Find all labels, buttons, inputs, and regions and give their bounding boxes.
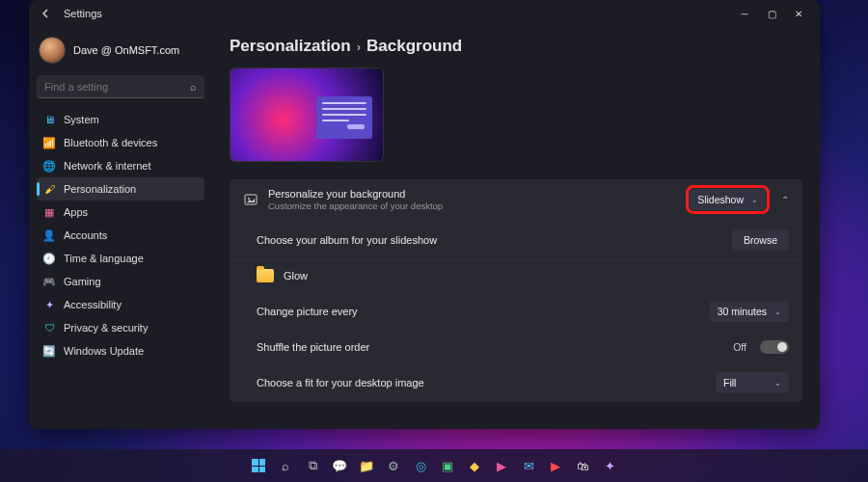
nav-label: Gaming — [64, 276, 101, 287]
taskbar: ⌕ ⧉ 💬 📁 ⚙ ◎ ▣ ◆ ▶ ✉ ▶ 🛍 ✦ — [0, 449, 868, 482]
nav-list: 🖥System📶Bluetooth & devices🌐Network & in… — [37, 108, 204, 362]
folder-row[interactable]: Glow — [230, 260, 802, 292]
interval-dropdown[interactable]: 30 minutes ⌄ — [710, 301, 789, 322]
nav-icon: 🔄 — [42, 344, 56, 358]
chevron-down-icon: ⌄ — [774, 379, 781, 388]
sidebar-item-windows-update[interactable]: 🔄Windows Update — [37, 339, 204, 362]
album-row: Choose your album for your slideshow Bro… — [230, 221, 802, 260]
breadcrumb-current: Background — [366, 37, 462, 56]
expand-toggle[interactable]: ⌃ — [781, 195, 789, 205]
background-type-dropdown[interactable]: Slideshow ⌄ — [690, 189, 766, 210]
fit-row: Choose a fit for your desktop image Fill… — [230, 363, 802, 402]
sidebar-item-privacy-security[interactable]: 🛡Privacy & security — [37, 316, 204, 339]
sidebar-item-bluetooth-devices[interactable]: 📶Bluetooth & devices — [37, 131, 204, 154]
search-taskbar-icon[interactable]: ⌕ — [275, 455, 296, 476]
window-title: Settings — [64, 8, 102, 19]
settings-window: Settings ─ ▢ ✕ Dave @ OnMSFT.com ⌕ 🖥Syst… — [29, 0, 820, 429]
back-button[interactable] — [37, 4, 56, 23]
nav-label: Apps — [64, 206, 88, 218]
chevron-down-icon: ⌄ — [751, 196, 758, 204]
picture-icon — [243, 192, 258, 207]
browse-button[interactable]: Browse — [732, 229, 789, 251]
nav-icon: 🕘 — [42, 252, 56, 265]
nav-label: Windows Update — [64, 345, 144, 357]
explorer-icon[interactable]: 📁 — [356, 455, 377, 476]
shuffle-row: Shuffle the picture order Off — [230, 332, 802, 363]
nav-label: Accounts — [64, 229, 107, 241]
user-name: Dave @ OnMSFT.com — [73, 44, 179, 56]
background-preview — [230, 67, 384, 162]
settings-icon[interactable]: ⚙ — [383, 455, 404, 476]
maximize-button[interactable]: ▢ — [758, 3, 785, 24]
album-title: Choose your album for your slideshow — [257, 234, 722, 246]
personalize-row: Personalize your background Customize th… — [230, 179, 802, 221]
titlebar: Settings ─ ▢ ✕ — [29, 0, 820, 27]
sidebar-item-gaming[interactable]: 🎮Gaming — [37, 270, 204, 293]
app3-icon[interactable]: ▶ — [491, 455, 512, 476]
nav-label: Personalization — [64, 183, 136, 195]
sidebar-item-apps[interactable]: ▦Apps — [37, 201, 204, 224]
sidebar: Dave @ OnMSFT.com ⌕ 🖥System📶Bluetooth & … — [29, 27, 212, 429]
fit-dropdown[interactable]: Fill ⌄ — [716, 372, 789, 393]
nav-icon: 🛡 — [42, 321, 56, 335]
chevron-down-icon: ⌄ — [774, 308, 781, 316]
nav-icon: 🎮 — [42, 275, 56, 288]
nav-label: Accessibility — [64, 299, 122, 310]
sidebar-item-system[interactable]: 🖥System — [37, 108, 204, 131]
nav-icon: ▦ — [42, 205, 56, 219]
chat-icon[interactable]: 💬 — [329, 455, 350, 476]
avatar — [39, 37, 66, 64]
chevron-right-icon: › — [357, 40, 361, 54]
user-profile[interactable]: Dave @ OnMSFT.com — [37, 33, 204, 73]
edge-icon[interactable]: ◎ — [410, 455, 431, 476]
personalize-title: Personalize your background — [268, 188, 680, 200]
interval-row: Change picture every 30 minutes ⌄ — [230, 292, 802, 332]
settings-card: Personalize your background Customize th… — [230, 179, 802, 402]
close-button[interactable]: ✕ — [785, 3, 812, 24]
nav-label: Time & language — [64, 253, 144, 264]
app2-icon[interactable]: ◆ — [464, 455, 485, 476]
search-input[interactable] — [44, 81, 190, 93]
breadcrumb: Personalization › Background — [230, 37, 802, 56]
fit-title: Choose a fit for your desktop image — [257, 377, 706, 388]
nav-label: System — [64, 114, 99, 125]
sidebar-item-personalization[interactable]: 🖌Personalization — [37, 177, 204, 201]
shuffle-title: Shuffle the picture order — [257, 341, 723, 353]
search-icon: ⌕ — [190, 81, 197, 93]
search-box[interactable]: ⌕ — [37, 75, 204, 98]
main-content: Personalization › Background Personalize… — [212, 27, 820, 429]
sidebar-item-network-internet[interactable]: 🌐Network & internet — [37, 154, 204, 177]
nav-icon: 📶 — [42, 136, 56, 149]
nav-icon: 🖌 — [42, 182, 56, 196]
folder-name: Glow — [284, 270, 308, 281]
breadcrumb-parent[interactable]: Personalization — [230, 37, 351, 56]
nav-icon: 🖥 — [42, 113, 56, 126]
start-button[interactable] — [248, 455, 269, 476]
nav-icon: 👤 — [42, 228, 56, 242]
nav-label: Network & internet — [64, 160, 150, 172]
task-view-icon[interactable]: ⧉ — [302, 455, 323, 476]
svg-point-1 — [248, 198, 250, 200]
app5-icon[interactable]: ✦ — [599, 455, 620, 476]
nav-icon: ✦ — [42, 298, 56, 311]
minimize-button[interactable]: ─ — [731, 3, 758, 24]
nav-label: Bluetooth & devices — [64, 137, 157, 148]
mail-icon[interactable]: ✉ — [518, 455, 539, 476]
sidebar-item-accounts[interactable]: 👤Accounts — [37, 224, 204, 247]
app1-icon[interactable]: ▣ — [437, 455, 458, 476]
shuffle-state: Off — [733, 341, 746, 353]
shuffle-toggle[interactable] — [760, 340, 789, 354]
sidebar-item-accessibility[interactable]: ✦Accessibility — [37, 293, 204, 316]
sidebar-item-time-language[interactable]: 🕘Time & language — [37, 247, 204, 270]
svg-rect-0 — [245, 195, 257, 204]
interval-title: Change picture every — [257, 306, 700, 317]
personalize-sub: Customize the appearance of your desktop — [268, 201, 680, 211]
nav-icon: 🌐 — [42, 159, 56, 173]
nav-label: Privacy & security — [64, 322, 148, 334]
store-icon[interactable]: 🛍 — [572, 455, 593, 476]
app4-icon[interactable]: ▶ — [545, 455, 566, 476]
folder-icon — [257, 269, 274, 282]
